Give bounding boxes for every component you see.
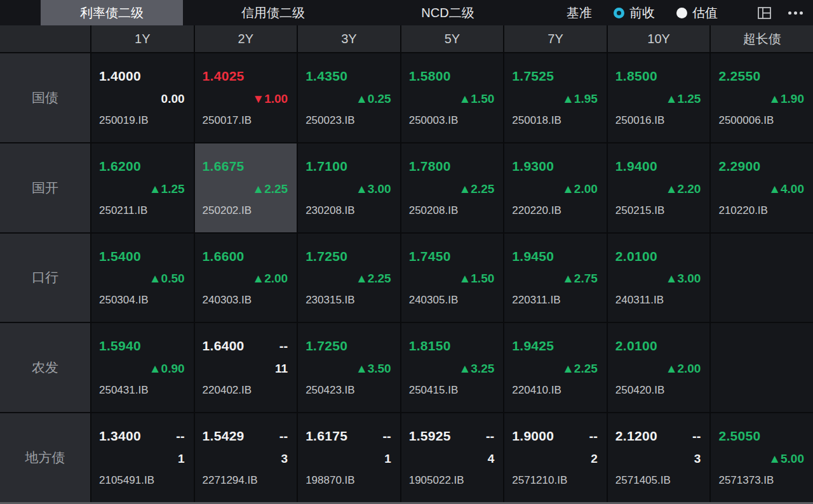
change-value: ▲2.20 bbox=[615, 182, 701, 196]
bond-cell[interactable]: 2.0100▲2.00250420.IB bbox=[608, 323, 710, 412]
change-value: 1 bbox=[99, 452, 185, 466]
bond-cell[interactable]: 2.2900▲4.00210220.IB bbox=[711, 143, 813, 232]
topbar-spacer bbox=[0, 0, 41, 25]
price-line: 1.8150 bbox=[409, 338, 495, 354]
bond-cell[interactable]: 1.9000--22571210.IB bbox=[504, 413, 607, 502]
bond-cell[interactable]: 2.1200--32571405.IB bbox=[608, 413, 710, 502]
bond-code: 250304.IB bbox=[99, 294, 185, 307]
price-value: 2.5050 bbox=[718, 428, 760, 444]
price-line: 1.5800 bbox=[409, 69, 495, 84]
price-line: 2.2550 bbox=[718, 69, 804, 84]
price-line: 2.2900 bbox=[718, 159, 804, 174]
tab-ncd-secondary[interactable]: NCD二级 bbox=[363, 0, 532, 25]
change-value: ▲4.00 bbox=[718, 182, 804, 196]
price-line: 1.4025 bbox=[203, 69, 288, 84]
bond-cell[interactable]: 1.7525▲1.95250018.IB bbox=[504, 53, 607, 142]
change-value: 11 bbox=[203, 362, 288, 376]
price-line: 1.6600 bbox=[203, 249, 288, 264]
more-icon[interactable] bbox=[788, 11, 803, 15]
change-value: 0.00 bbox=[99, 92, 185, 106]
price-line: 1.5400 bbox=[99, 249, 185, 264]
column-header: 5Y bbox=[401, 25, 504, 52]
bond-code: 250018.IB bbox=[512, 114, 598, 127]
bond-cell[interactable]: 1.3400--12105491.IB bbox=[91, 413, 194, 502]
row-label: 国债 bbox=[0, 53, 90, 142]
change-value: ▲5.00 bbox=[718, 452, 804, 466]
price-line: 1.7250 bbox=[306, 249, 391, 264]
tab-rates-secondary[interactable]: 利率债二级 bbox=[41, 0, 183, 25]
bond-code: 240303.IB bbox=[203, 294, 288, 307]
price-line: 1.9000-- bbox=[512, 428, 598, 444]
change-value: ▼1.00 bbox=[203, 92, 288, 106]
bond-cell[interactable]: 1.5925--41905022.IB bbox=[401, 413, 504, 502]
price-value: 1.7450 bbox=[409, 249, 451, 264]
column-header: 7Y bbox=[504, 25, 607, 52]
price-line: 1.6200 bbox=[99, 159, 185, 174]
bond-code: 2571210.IB bbox=[512, 474, 598, 487]
bond-code: 210220.IB bbox=[718, 204, 804, 217]
bond-cell[interactable]: 1.6175--1198870.IB bbox=[298, 413, 400, 502]
radio-valuation[interactable]: 估值 bbox=[676, 4, 718, 22]
price-value: 1.6175 bbox=[306, 428, 347, 444]
bond-cell[interactable]: 1.4025▼1.00250017.IB bbox=[195, 53, 297, 142]
price-value: 1.6600 bbox=[203, 249, 245, 264]
bond-code: 2571405.IB bbox=[615, 474, 701, 487]
bond-cell[interactable]: 1.7250▲2.25230315.IB bbox=[298, 234, 400, 322]
price-line: 2.0100 bbox=[615, 338, 701, 354]
change-value: ▲3.25 bbox=[409, 362, 495, 376]
bond-cell[interactable]: 1.6400--11220402.IB bbox=[195, 323, 297, 412]
bond-cell[interactable]: 2.0100▲3.00240311.IB bbox=[608, 234, 710, 322]
bond-code: 2105491.IB bbox=[99, 474, 185, 487]
bond-cell bbox=[711, 323, 813, 412]
bond-cell[interactable]: 1.7450▲1.50240305.IB bbox=[401, 234, 504, 322]
price-line: 1.3400-- bbox=[99, 428, 185, 444]
bond-cell[interactable]: 1.9425▲2.25220410.IB bbox=[504, 323, 607, 412]
tab-credit-secondary[interactable]: 信用债二级 bbox=[183, 0, 363, 25]
bond-cell[interactable]: 1.6600▲2.00240303.IB bbox=[195, 234, 297, 322]
bond-cell[interactable]: 1.5800▲1.50250003.IB bbox=[401, 53, 504, 142]
price-value: 1.5429 bbox=[203, 428, 245, 444]
change-value: ▲3.50 bbox=[306, 362, 391, 376]
bond-cell[interactable]: 1.9450▲2.75220311.IB bbox=[504, 234, 607, 322]
bond-cell[interactable]: 1.5940▲0.90250431.IB bbox=[91, 323, 194, 412]
change-value: ▲2.25 bbox=[306, 272, 391, 286]
row-label: 地方债 bbox=[0, 413, 90, 502]
bond-cell[interactable]: 1.7800▲2.25250208.IB bbox=[401, 143, 504, 232]
bond-code: 250211.IB bbox=[99, 204, 185, 217]
price-value: 1.7250 bbox=[306, 338, 347, 354]
bond-cell[interactable]: 1.8150▲3.25250415.IB bbox=[401, 323, 504, 412]
bond-cell[interactable]: 2.2550▲1.902500006.IB bbox=[711, 53, 813, 142]
bond-cell[interactable]: 1.7100▲3.00230208.IB bbox=[298, 143, 400, 232]
price-value: 2.1200 bbox=[615, 428, 657, 444]
bond-cell[interactable]: 1.4350▲0.25250023.IB bbox=[298, 53, 400, 142]
bond-cell[interactable]: 1.5400▲0.50250304.IB bbox=[91, 234, 194, 322]
no-change-dash: -- bbox=[279, 429, 288, 444]
radio-prev-close-dot bbox=[614, 8, 624, 18]
bond-cell[interactable]: 2.5050▲5.002571373.IB bbox=[711, 413, 813, 502]
bond-cell[interactable]: 1.40000.00250019.IB bbox=[91, 53, 194, 142]
price-line: 1.9450 bbox=[512, 249, 598, 264]
column-header: 1Y bbox=[91, 25, 194, 52]
bond-code: 250003.IB bbox=[409, 114, 495, 127]
change-value: ▲0.90 bbox=[99, 362, 185, 376]
column-header: 3Y bbox=[298, 25, 400, 52]
bond-cell[interactable]: 1.9300▲2.00220220.IB bbox=[504, 143, 607, 232]
price-line: 1.7800 bbox=[409, 159, 495, 174]
layout-icon[interactable] bbox=[757, 6, 772, 20]
change-value: 2 bbox=[512, 452, 598, 466]
bond-code: 250431.IB bbox=[99, 384, 185, 397]
bond-cell[interactable]: 1.5429--32271294.IB bbox=[195, 413, 297, 502]
change-value: ▲0.50 bbox=[99, 272, 185, 286]
bond-cell[interactable]: 1.8500▲1.25250016.IB bbox=[608, 53, 710, 142]
price-value: 1.6675 bbox=[203, 159, 245, 174]
bond-cell[interactable]: 1.6675▲2.25250202.IB bbox=[195, 143, 297, 232]
radio-prev-close[interactable]: 前收 bbox=[614, 4, 655, 22]
bond-code: 240311.IB bbox=[615, 294, 701, 307]
bond-cell[interactable]: 1.7250▲3.50250423.IB bbox=[298, 323, 400, 412]
bond-cell[interactable]: 1.9400▲2.20250215.IB bbox=[608, 143, 710, 232]
bond-code: 250202.IB bbox=[203, 204, 288, 217]
column-header: 2Y bbox=[195, 25, 297, 52]
bond-cell[interactable]: 1.6200▲1.25250211.IB bbox=[91, 143, 194, 232]
price-value: 1.9000 bbox=[512, 428, 554, 444]
price-line: 1.6400-- bbox=[203, 338, 288, 354]
